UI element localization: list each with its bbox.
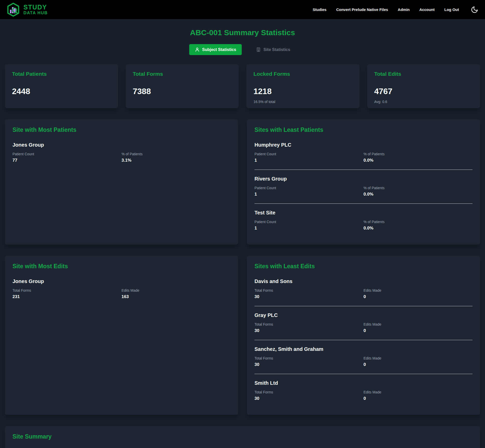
metric-value: 30 [254,396,364,401]
metric: Edits Made0 [364,390,473,401]
site-name: Smith Ltd [254,380,473,386]
person-icon [195,47,200,52]
metric-label: Total Forms [12,288,122,292]
stat-card-value: 1218 [253,87,352,96]
building-icon [256,47,261,52]
metric-value: 231 [12,294,122,299]
site-entry: Davis and SonsTotal Forms30Edits Made0 [254,278,473,306]
stat-card-value: 2448 [12,87,111,96]
metric-value: 1 [254,226,364,231]
theme-toggle-button[interactable] [471,6,478,14]
moon-icon [471,6,478,14]
nav-link-account[interactable]: Account [419,7,435,12]
metric-value: 0 [364,396,473,401]
metric: % of Patients0.0% [364,220,473,231]
site-entry: Rivers GroupPatient Count1% of Patients0… [254,170,473,204]
metric-value: 0.0% [364,192,473,197]
stat-card-subtext [133,100,232,104]
metric-value: 0 [364,294,473,299]
metric: Patient Count1 [254,152,364,163]
patients-panel-row: Site with Most Patients Jones GroupPatie… [5,119,480,245]
page-title: ABC-001 Summary Statistics [0,28,485,37]
brand-logo[interactable]: STUDY DATA HUB [7,3,48,17]
entry-metrics: Total Forms30Edits Made0 [254,390,473,401]
tab-label: Subject Statistics [202,47,236,52]
metric-value: 3.1% [122,158,231,163]
nav-link-admin[interactable]: Admin [398,7,410,12]
nav-menu: StudiesConvert Prelude Native FilesAdmin… [313,6,478,14]
panel-title: Sites with Least Edits [254,263,473,270]
metric: Edits Made163 [122,288,231,299]
tab-bar: Subject Statistics Site Statistics [0,44,485,55]
stat-card-title: Total Edits [374,71,473,77]
site-entry: Smith LtdTotal Forms30Edits Made0 [254,374,473,408]
navbar: STUDY DATA HUB StudiesConvert Prelude Na… [0,0,485,19]
metric: Total Forms30 [254,390,364,401]
nav-link-studies[interactable]: Studies [313,7,326,12]
metric-label: Edits Made [364,356,473,360]
site-entry: Jones GroupPatient Count77% of Patients3… [12,142,231,170]
metric-value: 0 [364,362,473,367]
stat-card-title: Total Forms [133,71,232,77]
site-name: Sanchez, Smith and Graham [254,346,473,352]
metric: Edits Made0 [364,356,473,367]
metric-value: 30 [254,362,364,367]
tab-label: Site Statistics [263,47,290,52]
stat-card-total-patients: Total Patients2448 [5,64,118,108]
site-name: Rivers Group [254,176,473,182]
metric-label: Patient Count [254,186,364,190]
metric-value: 30 [254,294,364,299]
tab-site-statistics[interactable]: Site Statistics [250,44,296,55]
metric: % of Patients3.1% [122,152,231,163]
stat-card-value: 4767 [374,87,473,96]
site-entry: Gray PLCTotal Forms30Edits Made0 [254,306,473,340]
site-summary-panel: Site Summary Site↑Patients⇅% of Patients… [5,426,480,448]
panel-least-patients: Sites with Least Patients Humphrey PLCPa… [247,119,480,245]
site-name: Test Site [254,210,473,216]
metric-label: % of Patients [122,152,231,156]
metric: % of Patients0.0% [364,186,473,197]
stat-card-value: 7388 [133,87,232,96]
metric-value: 77 [12,158,122,163]
metric: Total Forms30 [254,288,364,299]
metric: Patient Count77 [12,152,122,163]
entry-metrics: Total Forms231Edits Made163 [12,288,231,299]
site-entry: Sanchez, Smith and GrahamTotal Forms30Ed… [254,340,473,374]
metric-label: % of Patients [364,152,473,156]
site-entry: Jones GroupTotal Forms231Edits Made163 [12,278,231,306]
stat-card-locked-forms: Locked Forms121816.5% of total [246,64,360,108]
metric-label: Edits Made [122,288,231,292]
tab-subject-statistics[interactable]: Subject Statistics [189,44,242,55]
metric-label: Patient Count [254,152,364,156]
panel-title: Site Summary [12,433,473,440]
brand-line2: DATA HUB [23,11,48,15]
nav-link-log-out[interactable]: Log Out [444,7,459,12]
panel-least-edits: Sites with Least Edits Davis and SonsTot… [247,256,480,415]
panel-title: Site with Most Patients [12,126,231,133]
panel-most-patients: Site with Most Patients Jones GroupPatie… [5,119,238,245]
metric-value: 30 [254,328,364,333]
metric-label: Total Forms [254,390,364,394]
metric: Total Forms231 [12,288,122,299]
metric-value: 1 [254,158,364,163]
metric-label: Total Forms [254,322,364,326]
nav-link-convert-prelude-native-files[interactable]: Convert Prelude Native Files [336,7,388,12]
logo-icon [7,3,20,17]
metric-label: Patient Count [254,220,364,224]
stat-card-subtext [12,100,111,104]
metric-value: 163 [122,294,231,299]
site-name: Gray PLC [254,312,473,318]
metric: Total Forms30 [254,322,364,333]
metric: Total Forms30 [254,356,364,367]
metric-value: 0.0% [364,158,473,163]
entry-metrics: Patient Count1% of Patients0.0% [254,152,473,163]
metric-label: Edits Made [364,288,473,292]
metric-label: Total Forms [254,288,364,292]
stat-card-total-forms: Total Forms7388 [126,64,239,108]
panel-title: Sites with Least Patients [254,126,473,133]
metric-value: 1 [254,192,364,197]
entry-metrics: Patient Count77% of Patients3.1% [12,152,231,163]
metric: Edits Made0 [364,288,473,299]
metric-label: Edits Made [364,390,473,394]
entry-metrics: Total Forms30Edits Made0 [254,322,473,333]
